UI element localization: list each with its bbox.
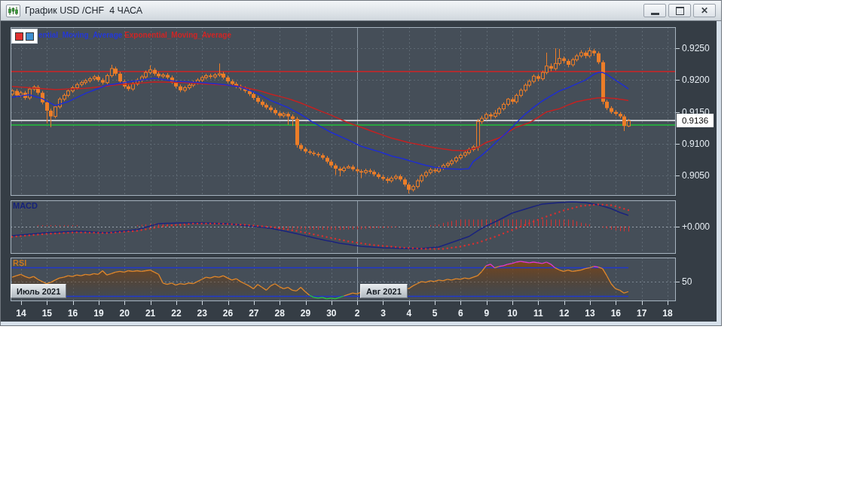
chart-window: График USD /CHF 4 ЧАСА ✕ ential_Moving_A… [0,0,722,326]
candlestick-chart-icon [6,5,20,17]
close-icon: ✕ [701,6,708,15]
restore-button[interactable] [668,4,691,17]
window-title: График USD /CHF 4 ЧАСА [25,5,142,16]
price-chart-canvas[interactable] [0,0,722,326]
close-button[interactable]: ✕ [693,4,716,17]
title-bar[interactable]: График USD /CHF 4 ЧАСА ✕ [1,1,721,21]
restore-icon [676,7,684,15]
minimize-icon [651,13,659,15]
minimize-button[interactable] [643,4,666,17]
